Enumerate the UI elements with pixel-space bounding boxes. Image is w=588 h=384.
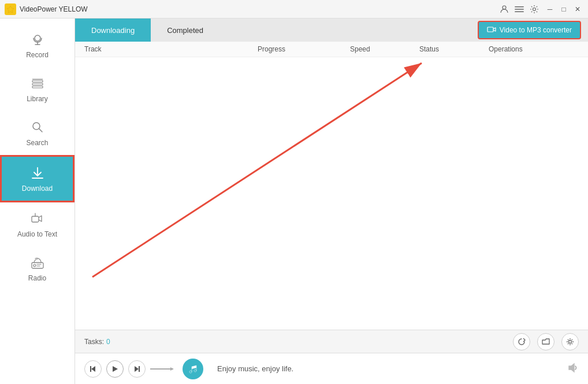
settings-icon[interactable] bbox=[529, 4, 539, 14]
arrow-annotation bbox=[75, 57, 588, 330]
svg-point-23 bbox=[569, 340, 572, 343]
sidebar-item-search[interactable]: Search bbox=[0, 111, 75, 155]
sidebar-item-radio[interactable]: Radio bbox=[0, 246, 75, 290]
col-speed: Speed bbox=[350, 45, 419, 53]
folder-btn[interactable] bbox=[537, 333, 554, 350]
sidebar-label-record: Record bbox=[26, 51, 49, 59]
app-logo bbox=[5, 3, 16, 15]
sidebar-label-library: Library bbox=[27, 95, 48, 103]
svg-point-18 bbox=[34, 264, 36, 267]
svg-rect-10 bbox=[32, 83, 43, 85]
user-icon[interactable] bbox=[499, 4, 509, 14]
svg-line-14 bbox=[39, 129, 42, 132]
sidebar-item-audio-to-text[interactable]: Audio to Text bbox=[0, 202, 75, 246]
refresh-btn[interactable] bbox=[513, 333, 530, 350]
next-btn[interactable] bbox=[128, 360, 146, 378]
main-layout: Record Library Search bbox=[0, 19, 588, 384]
svg-rect-21 bbox=[487, 27, 493, 32]
svg-point-1 bbox=[503, 6, 506, 9]
tasks-count: 0 bbox=[106, 338, 110, 346]
player-arrow bbox=[150, 368, 173, 370]
bottom-bar: Tasks: 0 bbox=[75, 330, 588, 353]
svg-marker-24 bbox=[91, 366, 95, 372]
sidebar-item-record[interactable]: Record bbox=[0, 23, 75, 67]
close-btn[interactable]: ✕ bbox=[572, 3, 583, 15]
col-operations: Operations bbox=[489, 45, 579, 53]
sidebar-item-library[interactable]: Library bbox=[0, 67, 75, 111]
content-area: Downloading Completed Video to MP3 conve… bbox=[75, 19, 588, 384]
sidebar: Record Library Search bbox=[0, 19, 75, 384]
converter-btn-label: Video to MP3 converter bbox=[500, 26, 572, 34]
bottom-actions bbox=[513, 333, 579, 350]
svg-marker-30 bbox=[170, 367, 173, 371]
window-controls: ─ □ ✕ bbox=[544, 3, 583, 15]
svg-marker-0 bbox=[7, 6, 14, 13]
col-status: Status bbox=[419, 45, 489, 53]
music-note-btn[interactable] bbox=[183, 359, 203, 379]
svg-rect-2 bbox=[515, 6, 524, 8]
svg-rect-28 bbox=[139, 366, 140, 372]
app-title: VideoPower YELLOW bbox=[20, 5, 499, 13]
player-bar: Enjoy music, enjoy life. bbox=[75, 353, 588, 384]
titlebar-icons bbox=[499, 4, 539, 14]
more-settings-btn[interactable] bbox=[561, 333, 579, 350]
svg-point-6 bbox=[35, 35, 40, 41]
red-arrow-line bbox=[92, 63, 422, 277]
sidebar-label-audio-to-text: Audio to Text bbox=[17, 230, 57, 238]
menu-icon[interactable] bbox=[514, 4, 524, 14]
svg-marker-27 bbox=[135, 366, 139, 372]
svg-point-5 bbox=[533, 8, 536, 10]
sidebar-label-radio: Radio bbox=[28, 274, 46, 282]
play-btn[interactable] bbox=[106, 360, 124, 378]
player-tagline: Enjoy music, enjoy life. bbox=[217, 364, 563, 373]
svg-rect-16 bbox=[32, 216, 39, 222]
svg-marker-26 bbox=[113, 366, 118, 372]
tab-downloading[interactable]: Downloading bbox=[75, 19, 151, 42]
sidebar-item-download[interactable]: Download bbox=[0, 155, 75, 202]
maximize-btn[interactable]: □ bbox=[558, 3, 570, 15]
tab-completed[interactable]: Completed bbox=[151, 19, 219, 42]
table-header: Track Progress Speed Status Operations bbox=[75, 42, 588, 57]
col-progress: Progress bbox=[258, 45, 350, 53]
volume-icon[interactable] bbox=[567, 362, 579, 376]
converter-button[interactable]: Video to MP3 converter bbox=[478, 21, 581, 39]
titlebar: VideoPower YELLOW ─ □ ✕ bbox=[0, 0, 588, 19]
tasks-label: Tasks: bbox=[84, 338, 104, 346]
svg-rect-9 bbox=[32, 80, 43, 82]
svg-rect-11 bbox=[32, 86, 43, 88]
sidebar-label-search: Search bbox=[26, 139, 48, 147]
minimize-btn[interactable]: ─ bbox=[544, 3, 556, 15]
svg-rect-25 bbox=[90, 366, 91, 372]
tab-bar: Downloading Completed Video to MP3 conve… bbox=[75, 19, 588, 42]
sidebar-label-download: Download bbox=[22, 184, 53, 193]
svg-rect-3 bbox=[515, 9, 524, 10]
col-track: Track bbox=[84, 45, 258, 53]
prev-btn[interactable] bbox=[84, 360, 102, 378]
svg-rect-4 bbox=[515, 11, 524, 12]
table-body bbox=[75, 57, 588, 330]
svg-marker-31 bbox=[569, 364, 574, 372]
